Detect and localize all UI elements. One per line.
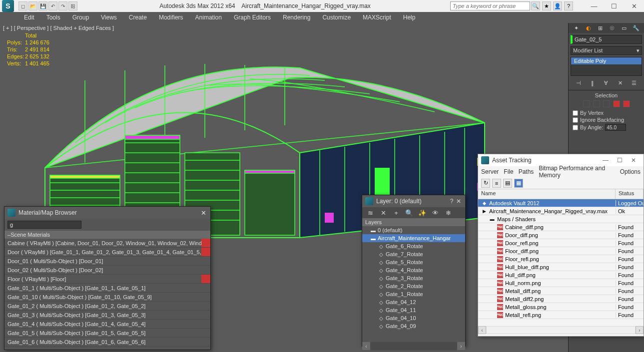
layer-row[interactable]: ◇Gate_04_11	[362, 306, 465, 314]
element-subobj-icon[interactable]	[623, 100, 630, 107]
material-row[interactable]: Door_01 ( Multi/Sub-Object ) [Door_01]	[4, 257, 210, 266]
asset-row[interactable]: ▶Aircraft_Maintenance_Hangar_Rigged_vray…	[478, 207, 644, 215]
asset-row[interactable]: PNGDoor_diff.pngFound	[478, 231, 644, 239]
menu-rendering[interactable]: Rendering	[277, 12, 316, 23]
layer-row[interactable]: ▬0 (default)	[362, 226, 465, 234]
asset-row[interactable]: PNGMetall_diff2.pngFound	[478, 295, 644, 303]
ignore-backfacing-checkbox[interactable]: Ignore Backfacing	[569, 116, 644, 123]
close-icon[interactable]: ✕	[199, 209, 207, 217]
search-button[interactable]: 🔍	[531, 1, 540, 10]
new-layer-icon[interactable]: ≋	[366, 209, 374, 217]
layer-row[interactable]: ◇Gate_04_09	[362, 322, 465, 330]
display-tab-icon[interactable]: ▭	[620, 24, 628, 32]
scroll-right-button[interactable]: ›	[636, 326, 644, 334]
undo-button[interactable]: ↶	[48, 1, 57, 10]
layer-row[interactable]: ◇Gate_6_Rotate	[362, 242, 465, 250]
status-column-header[interactable]: Status	[616, 189, 644, 199]
asset-row[interactable]: PNGFloor_diff.pngFound	[478, 247, 644, 255]
asset-row[interactable]: PNGMetall_diff.pngFound	[478, 287, 644, 295]
menu-customize[interactable]: Customize	[316, 12, 357, 23]
layer-row[interactable]: ▬Aircraft_Maintenance_Hangar	[362, 234, 465, 242]
menu-tools[interactable]: Tools	[40, 12, 66, 23]
delete-layer-icon[interactable]: ✕	[379, 209, 387, 217]
open-button[interactable]: 📂	[28, 1, 37, 10]
scene-materials-header[interactable]: – Scene Materials	[4, 231, 210, 239]
material-row[interactable]: Gate_01_5 ( Multi/Sub-Object ) [Gate_01_…	[4, 329, 210, 338]
material-search-input[interactable]	[7, 221, 81, 229]
create-tab-icon[interactable]: ✦	[573, 24, 581, 32]
layer-row[interactable]: ◇Gate_7_Rotate	[362, 250, 465, 258]
layer-row[interactable]: ◇Gate_1_Rotate	[362, 290, 465, 298]
asset-menu-options[interactable]: Options	[620, 168, 641, 175]
menu-help[interactable]: Help	[397, 12, 422, 23]
asset-row[interactable]: PNGHull_norm.pngFound	[478, 279, 644, 287]
layer-row[interactable]: ◇Gate_04_12	[362, 298, 465, 306]
hierarchy-tab-icon[interactable]: ⊞	[597, 24, 605, 32]
hide-icon[interactable]: 👁	[431, 209, 439, 217]
edge-subobj-icon[interactable]	[593, 100, 600, 107]
scroll-left-button[interactable]: ‹	[478, 326, 486, 334]
asset-row[interactable]: ▬Maps / Shaders	[478, 215, 644, 223]
object-name-field[interactable]: Gate_02_5	[571, 35, 642, 44]
material-browser-titlebar[interactable]: Material/Map Browser ✕	[4, 207, 210, 219]
highlight-icon[interactable]: ✨	[418, 209, 426, 217]
material-row[interactable]: Gate_01_1 ( Multi/Sub-Object ) [Gate_01_…	[4, 284, 210, 293]
motion-tab-icon[interactable]: ☉	[608, 24, 616, 32]
asset-row[interactable]: PNGMetall_gloss.pngFound	[478, 303, 644, 311]
pin-stack-icon[interactable]: ⊣	[575, 79, 582, 86]
angle-spinner[interactable]	[605, 124, 626, 131]
material-row[interactable]: Cabine ( VRayMtl ) [Cabine, Door_01, Doo…	[4, 239, 210, 248]
asset-row[interactable]: PNGHull_blue_diff.pngFound	[478, 263, 644, 271]
layer-row[interactable]: ◇Gate_04_10	[362, 314, 465, 322]
name-column-header[interactable]: Name	[478, 189, 616, 199]
menu-maxscript[interactable]: MAXScript	[357, 12, 397, 23]
menu-graph-editors[interactable]: Graph Editors	[228, 12, 277, 23]
close-icon[interactable]: ✕	[455, 198, 462, 205]
freeze-icon[interactable]: ❄	[444, 209, 452, 217]
asset-row[interactable]: PNGCabine_diff.pngFound	[478, 223, 644, 231]
material-row[interactable]: Door ( VRayMtl ) [Gate_01_1, Gate_01_2, …	[4, 248, 210, 257]
asset-menu-file[interactable]: File	[504, 168, 513, 175]
selection-rollout-title[interactable]: Selection	[569, 92, 644, 98]
menu-modifiers[interactable]: Modifiers	[153, 12, 189, 23]
border-subobj-icon[interactable]	[603, 100, 610, 107]
modifier-list-dropdown[interactable]: Modifier List▾	[571, 46, 642, 55]
help-search-input[interactable]	[450, 1, 530, 10]
menu-edit[interactable]: Edit	[18, 12, 40, 23]
asset-row[interactable]: ◆Autodesk Vault 2012Logged Ou	[478, 199, 644, 207]
scrollbar-horizontal[interactable]	[486, 326, 636, 334]
remove-modifier-icon[interactable]: ✕	[617, 79, 624, 86]
modify-tab-icon[interactable]: ◐	[585, 24, 593, 32]
asset-row[interactable]: PNGFloor_refl.pngFound	[478, 255, 644, 263]
layer-row[interactable]: ◇Gate_5_Rotate	[362, 258, 465, 266]
material-row[interactable]: Gate_01_4 ( Multi/Sub-Object ) [Gate_01_…	[4, 320, 210, 329]
favorites-button[interactable]: ★	[542, 1, 551, 10]
help-icon[interactable]: ?	[564, 1, 573, 10]
table-view-icon[interactable]: ▦	[514, 179, 523, 188]
minimize-button[interactable]: —	[584, 0, 604, 12]
tree-view-icon[interactable]: ≡	[492, 179, 501, 188]
by-vertex-checkbox[interactable]: By Vertex	[569, 109, 644, 116]
layer-row[interactable]: ◇Gate_2_Rotate	[362, 282, 465, 290]
asset-row[interactable]: PNGMetall_refl.pngFound	[478, 311, 644, 319]
modifier-stack-item[interactable]: Editable Poly	[571, 57, 642, 64]
maximize-button[interactable]: ☐	[604, 0, 624, 12]
redo-button[interactable]: ↷	[58, 1, 67, 10]
refresh-icon[interactable]: ↻	[481, 179, 490, 188]
layers-titlebar[interactable]: Layer: 0 (default) ? ✕	[362, 195, 465, 207]
show-end-result-icon[interactable]: ‖	[589, 79, 596, 86]
list-view-icon[interactable]: ▤	[503, 179, 512, 188]
asset-row[interactable]: PNGHull_diff.pngFound	[478, 271, 644, 279]
asset-menu-server[interactable]: Server	[481, 168, 499, 175]
close-button[interactable]: ✕	[627, 154, 641, 166]
viewport-label[interactable]: [ + ] [ Perspective ] [ Shaded + Edged F…	[3, 25, 114, 31]
asset-menu-bitmap-performance-and-memory[interactable]: Bitmap Performance and Memory	[539, 165, 615, 179]
asset-row[interactable]: PNGDoor_refl.pngFound	[478, 239, 644, 247]
community-button[interactable]: 👤	[553, 1, 562, 10]
new-button[interactable]: ◻	[18, 1, 27, 10]
material-row[interactable]: Gate_01_10 ( Multi/Sub-Object ) [Gate_01…	[4, 293, 210, 302]
help-icon[interactable]: ?	[448, 198, 455, 205]
vertex-subobj-icon[interactable]	[583, 100, 590, 107]
save-button[interactable]: 💾	[38, 1, 47, 10]
material-row[interactable]: Door_02 ( Multi/Sub-Object ) [Door_02]	[4, 266, 210, 275]
